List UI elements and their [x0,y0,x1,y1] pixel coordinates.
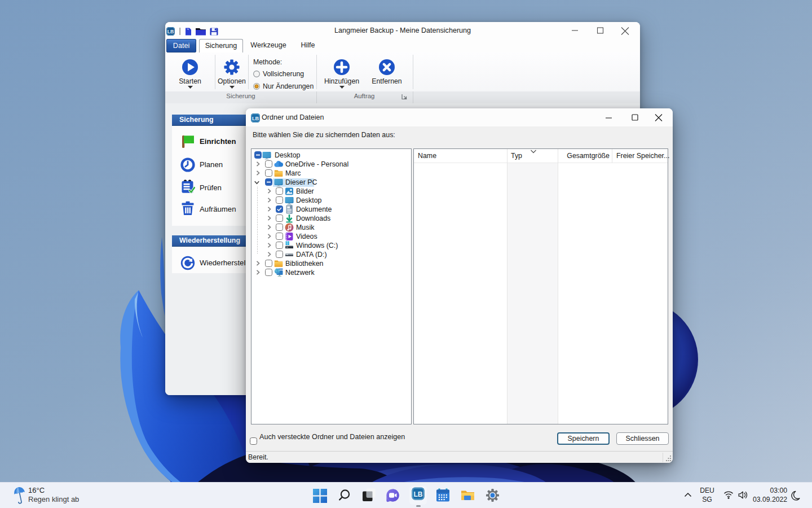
svg-text:LB: LB [252,116,259,121]
svg-text:LB: LB [167,29,174,34]
svg-text:LB: LB [413,491,422,498]
